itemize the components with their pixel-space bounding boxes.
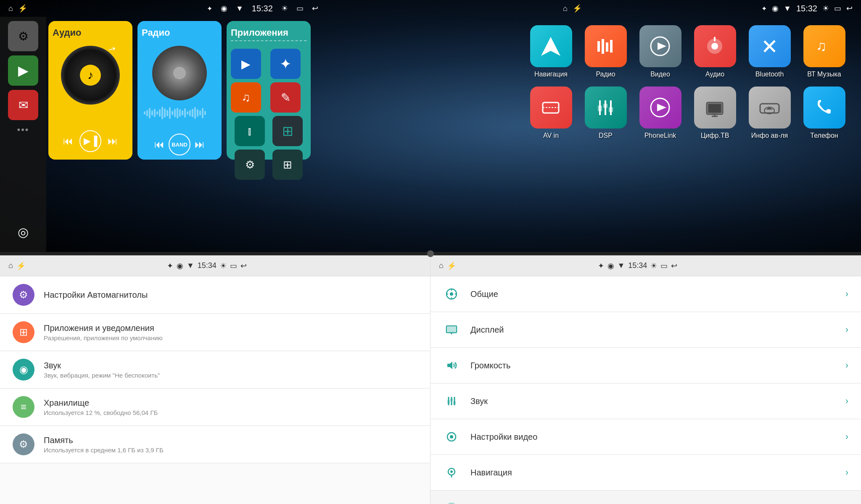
avin-label: AV in xyxy=(543,132,559,139)
home-icon[interactable]: ⌂ xyxy=(8,4,13,13)
dsp-icon-img xyxy=(585,87,627,129)
audio-card[interactable]: Аудио ↗ ♪ ⏮ ▶▐ ⏭ xyxy=(48,21,132,160)
mini-bluetooth-icon: ✦ xyxy=(280,55,291,72)
sidebar-more-dots[interactable]: ••• xyxy=(17,124,29,135)
mini-app-apps-btn[interactable]: ⊞ xyxy=(272,150,303,180)
radio-disc xyxy=(152,46,207,100)
right-bt-icon: ✦ xyxy=(598,261,604,270)
detail-item-volume[interactable]: Громкость › xyxy=(430,348,861,383)
left-panel-status-bar: ⌂ ⚡ ✦ ◉ ▼ 15:34 ☀ ▭ ↩ xyxy=(0,255,430,276)
app-icon-btmusic[interactable]: ♫ ВТ Музыка xyxy=(800,25,848,78)
apps-grid-icon: ⊞ xyxy=(19,326,28,338)
sidebar-mail-icon[interactable]: ✉ xyxy=(8,90,38,120)
left-home-icon[interactable]: ⌂ xyxy=(8,261,13,270)
video-icon-img xyxy=(639,25,681,67)
audio-play-btn[interactable]: ▶▐ xyxy=(79,130,101,152)
mini-app-settings-btn[interactable]: ⚙ xyxy=(235,150,265,180)
svg-point-31 xyxy=(450,292,453,296)
app-icon-bluetooth[interactable]: Bluetooth xyxy=(745,25,794,78)
settings-item-storage[interactable]: ≡ Хранилище Используется 12 %, свободно … xyxy=(0,388,430,426)
left-screen-icon[interactable]: ▭ xyxy=(230,261,237,270)
radio-next-btn[interactable]: ⏭ xyxy=(195,139,205,150)
detail-item-general[interactable]: Общие › xyxy=(430,276,861,312)
vinyl-needle: ↗ xyxy=(106,42,118,55)
app-icon-dsp[interactable]: DSP xyxy=(581,87,630,139)
bluetooth-icon-right: ✦ xyxy=(761,5,767,13)
detail-item-navigation[interactable]: Навигация › xyxy=(430,455,861,491)
svg-rect-3 xyxy=(606,42,608,52)
app-icon-infoav[interactable]: Инфо ав-ля xyxy=(745,87,794,139)
settings-item-apps[interactable]: ⊞ Приложения и уведомления Разрешения, п… xyxy=(0,314,430,351)
avin-icon-img xyxy=(530,87,572,129)
sound-detail-icon xyxy=(443,393,460,410)
right-back-icon[interactable]: ↩ xyxy=(671,261,677,270)
app-icon-audio[interactable]: Аудио xyxy=(691,25,739,78)
vinyl-center: ♪ xyxy=(80,65,101,86)
settings-item-sound[interactable]: ◉ Звук Звук, вибрация, режим "Не беспоко… xyxy=(0,351,430,388)
app-icon-phonelink[interactable]: PhoneLink xyxy=(636,87,684,139)
back-icon[interactable]: ↩ xyxy=(312,4,318,13)
sound-settings-subtitle: Звук, вибрация, режим "Не беспокоить" xyxy=(44,372,417,379)
right-screen-icon[interactable]: ▭ xyxy=(660,261,668,270)
mini-app-pen[interactable]: ✎ xyxy=(270,82,301,113)
status-time-left: 15:32 xyxy=(252,4,273,13)
memory-settings-icon: ⚙ xyxy=(13,433,34,455)
brightness-icon-right[interactable]: ☀ xyxy=(822,4,829,13)
back-icon-right[interactable]: ↩ xyxy=(846,4,853,13)
apps-card[interactable]: Приложения ▶ ✦ ♫ ✎ ⫿ xyxy=(227,21,311,160)
sidebar-settings-icon[interactable]: ⚙ xyxy=(8,21,38,51)
audio-prev-btn[interactable]: ⏮ xyxy=(63,135,73,147)
location-icon-right: ◉ xyxy=(772,4,779,13)
app-icon-navigation[interactable]: Навигация xyxy=(527,25,575,78)
app-icon-avin[interactable]: AV in xyxy=(527,87,575,139)
right-bright-icon[interactable]: ☀ xyxy=(650,261,657,270)
sidebar-nav-icon[interactable]: ◎ xyxy=(18,225,29,239)
svg-marker-6 xyxy=(658,42,666,50)
screen-icon-right[interactable]: ▭ xyxy=(834,4,841,13)
mini-app-music[interactable]: ♫ xyxy=(231,82,261,113)
right-panel-status-bar: ⌂ ⚡ ✦ ◉ ▼ 15:34 ☀ ▭ ↩ xyxy=(430,255,861,276)
mini-app-eq[interactable]: ⫿ xyxy=(235,116,265,146)
video-chevron: › xyxy=(845,431,848,442)
left-back-icon[interactable]: ↩ xyxy=(240,261,247,270)
right-status-center: ✦ ◉ ▼ 15:34 ☀ ▭ ↩ xyxy=(598,261,678,270)
divider-indicator xyxy=(427,250,434,257)
sidebar-play-icon[interactable]: ▶ xyxy=(8,55,38,86)
detail-item-sound[interactable]: Звук › xyxy=(430,383,861,419)
left-bright-icon[interactable]: ☀ xyxy=(220,261,227,270)
sidebar: ⚙ ▶ ✉ ••• ◎ xyxy=(0,17,46,252)
band-button[interactable]: BAND xyxy=(169,134,190,155)
play-store-icon: ▶ xyxy=(18,63,29,79)
radio-waveform xyxy=(142,105,217,121)
apps-settings-title: Приложения и уведомления xyxy=(44,323,417,333)
app-icon-video[interactable]: Видео xyxy=(636,25,684,78)
settings-item-car[interactable]: ⚙ Настройки Автомагнитолы xyxy=(0,276,430,314)
storage-settings-text: Хранилище Используется 12 %, свободно 56… xyxy=(44,398,417,416)
navigation-detail-icon xyxy=(443,464,460,481)
svg-rect-44 xyxy=(450,399,453,401)
mini-app-grid[interactable]: ⊞ xyxy=(272,116,303,146)
right-home-icon[interactable]: ⌂ xyxy=(439,261,444,270)
app-icon-digitaltv[interactable]: Цифр.ТВ xyxy=(691,87,739,139)
detail-item-video-settings[interactable]: Настройки видео › xyxy=(430,419,861,455)
svg-point-48 xyxy=(450,435,453,438)
settings-item-memory[interactable]: ⚙ Память Используется в среднем 1,6 ГБ и… xyxy=(0,426,430,463)
mini-app-bluetooth[interactable]: ✦ xyxy=(270,49,301,79)
mini-apps-icon: ⊞ xyxy=(283,158,292,171)
screen-icon[interactable]: ▭ xyxy=(296,4,304,13)
brightness-icon[interactable]: ☀ xyxy=(281,4,288,13)
mini-app-play[interactable]: ▶ xyxy=(231,49,261,79)
phone-icon-img xyxy=(803,87,845,129)
mini-eq-icon: ⫿ xyxy=(247,125,253,138)
detail-item-more[interactable]: Другие › xyxy=(430,491,861,504)
audio-next-btn[interactable]: ⏭ xyxy=(108,135,118,147)
storage-settings-subtitle: Используется 12 %, свободно 56,04 ГБ xyxy=(44,409,417,416)
detail-item-display[interactable]: Дисплей › xyxy=(430,312,861,348)
mini-settings-icon: ⚙ xyxy=(245,158,255,171)
home-icon-right[interactable]: ⌂ xyxy=(563,4,568,13)
radio-prev-btn[interactable]: ⏮ xyxy=(154,139,164,150)
radio-card[interactable]: Радио xyxy=(137,21,222,160)
right-status-left: ⌂ ⚡ xyxy=(439,261,456,270)
app-icon-radio[interactable]: Радио xyxy=(581,25,630,78)
app-icon-phone[interactable]: Телефон xyxy=(800,87,848,139)
